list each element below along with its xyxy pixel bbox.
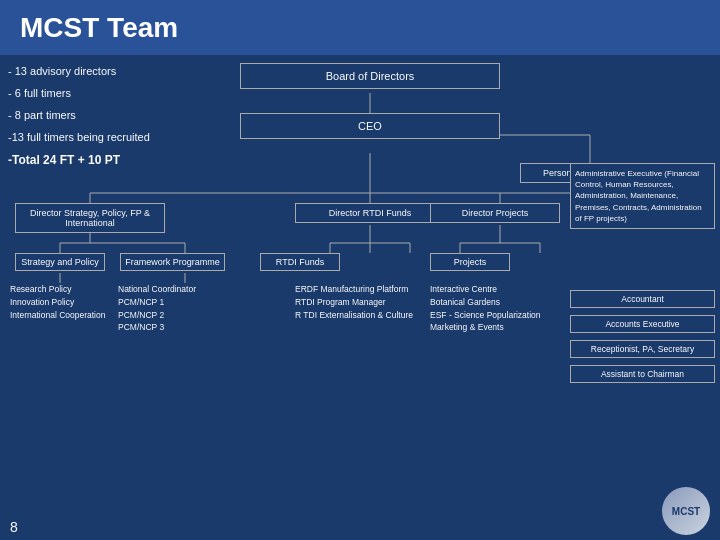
rtdi-funds-box: RTDI Funds [260,253,340,271]
botanical-gardens-label: Botanical Gardens [430,296,541,309]
rtdi-externalisation-label: R TDI Externalisation & Culture [295,309,413,322]
projects-box: Projects [430,253,510,271]
page-title: MCST Team [20,12,178,44]
rtdi-sub-items: ERDF Manufacturing Platform RTDI Program… [295,283,413,321]
receptionist-label: Receptionist, PA, Secretary [591,344,694,354]
rtdi-program-label: RTDI Program Manager [295,296,413,309]
bullet-list: - 13 advisory directors - 6 full timers … [8,60,150,172]
framework-programme-label: Framework Programme [125,257,220,267]
projects-sub-items: Interactive Centre Botanical Gardens ESF… [430,283,541,334]
director-projects-box: Director Projects [430,203,560,223]
director-projects-label: Director Projects [462,208,529,218]
title-bar: MCST Team [0,0,720,55]
pcmncp1-label: PCM/NCP 1 [118,296,196,309]
slide: MCST Team - 13 advisory directors - 6 fu… [0,0,720,540]
pcmncp2-label: PCM/NCP 2 [118,309,196,322]
admin-executive-label: Administrative Executive (Financial Cont… [575,169,702,223]
intl-cooperation-label: International Cooperation [10,309,105,322]
board-label: Board of Directors [326,70,415,82]
erdf-label: ERDF Manufacturing Platform [295,283,413,296]
ceo-label: CEO [358,120,382,132]
bullet-2: - 6 full timers [8,82,150,104]
framework-sub-items: National Coordinator PCM/NCP 1 PCM/NCP 2… [118,283,196,334]
bullet-5: -Total 24 FT + 10 PT [8,148,150,172]
esf-label: ESF - Science Popularization [430,309,541,322]
research-policy-label: Research Policy [10,283,105,296]
projects-label: Projects [454,257,487,267]
pcmncp3-label: PCM/NCP 3 [118,321,196,334]
director-rtdi-box: Director RTDI Funds [295,203,445,223]
strategy-policy-box: Strategy and Policy [15,253,105,271]
director-strategy-box: Director Strategy, Policy, FP & Internat… [15,203,165,233]
bullet-3: - 8 part timers [8,104,150,126]
innovation-policy-label: Innovation Policy [10,296,105,309]
bullet-4: -13 full timers being recruited [8,126,150,148]
assistant-chairman-label: Assistant to Chairman [601,369,684,379]
bullet-1: - 13 advisory directors [8,60,150,82]
accountant-box: Accountant [570,290,715,308]
rtdi-funds-label: RTDI Funds [276,257,324,267]
strategy-sub-items: Research Policy Innovation Policy Intern… [10,283,105,321]
strategy-policy-label: Strategy and Policy [21,257,99,267]
director-rtdi-label: Director RTDI Funds [329,208,411,218]
ceo-box: CEO [240,113,500,139]
director-strategy-label: Director Strategy, Policy, FP & Internat… [30,208,150,228]
accountant-label: Accountant [621,294,664,304]
marketing-events-label: Marketing & Events [430,321,541,334]
page-number: 8 [10,519,18,535]
national-coordinator-label: National Coordinator [118,283,196,296]
accounts-executive-box: Accounts Executive [570,315,715,333]
admin-executive-box: Administrative Executive (Financial Cont… [570,163,715,229]
interactive-centre-label: Interactive Centre [430,283,541,296]
logo-text: MCST [672,506,700,517]
framework-programme-box: Framework Programme [120,253,225,271]
accounts-executive-label: Accounts Executive [605,319,679,329]
assistant-chairman-box: Assistant to Chairman [570,365,715,383]
logo: MCST [662,487,710,535]
logo-area: MCST [662,487,710,535]
board-of-directors-box: Board of Directors [240,63,500,89]
receptionist-box: Receptionist, PA, Secretary [570,340,715,358]
